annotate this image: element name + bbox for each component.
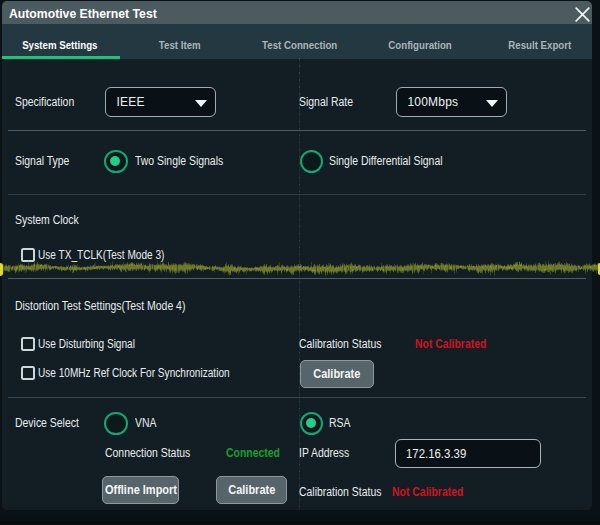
channel1-ground-marker: [0, 263, 3, 276]
use-disturbing-signal-checkbox[interactable]: [21, 337, 35, 351]
ip-address-input[interactable]: 172.16.3.39: [395, 439, 541, 468]
use-10mhz-ref-clock-checkbox[interactable]: [21, 366, 35, 380]
tab-label: Test Item: [159, 39, 201, 51]
divider: [8, 397, 586, 398]
ip-address-label: IP Address: [299, 446, 349, 460]
calibrate-button[interactable]: Calibrate: [300, 360, 374, 388]
radio-rsa[interactable]: [300, 412, 324, 436]
signal-type-label: Signal Type: [15, 154, 69, 168]
divider: [8, 130, 586, 131]
tab-result-export[interactable]: Result Export: [480, 24, 592, 59]
specification-label: Specification: [15, 95, 74, 109]
tab-label: Result Export: [509, 39, 572, 51]
system-clock-label: System Clock: [15, 213, 79, 227]
close-button[interactable]: [566, 1, 592, 24]
tab-label: System Settings: [22, 39, 97, 51]
connection-status-value: Connected: [226, 446, 280, 460]
divider: [8, 194, 586, 195]
signal-rate-label: Signal Rate: [299, 95, 353, 109]
radio-single-differential-signal[interactable]: [300, 150, 324, 174]
tab-test-item[interactable]: Test Item: [120, 24, 240, 59]
tab-configuration[interactable]: Configuration: [360, 24, 480, 59]
device-calibration-status-value: Not Calibrated: [392, 485, 463, 499]
calibration-status-label: Calibration Status: [299, 337, 381, 351]
tab-label: Test Connection: [262, 39, 337, 51]
tab-label: Configuration: [388, 39, 451, 51]
dialog-title: Automotive Ethernet Test: [9, 6, 157, 21]
rsa-label: RSA: [329, 416, 350, 430]
tab-test-connection[interactable]: Test Connection: [240, 24, 360, 59]
radio-two-single-signals[interactable]: [104, 150, 128, 174]
tab-bar: System Settings Test Item Test Connectio…: [2, 24, 592, 59]
offline-import-button-label: Offline Import: [104, 483, 176, 497]
specification-dropdown[interactable]: IEEE: [105, 87, 216, 117]
active-tab-underline: [2, 56, 120, 59]
chevron-down-icon: [486, 100, 498, 107]
radio-dot: [306, 418, 316, 428]
radio-vna[interactable]: [104, 412, 128, 436]
device-select-label: Device Select: [15, 416, 79, 430]
graticule-center-line: [299, 58, 300, 510]
chevron-down-icon: [195, 100, 207, 107]
use-disturbing-signal-label: Use Disturbing Signal: [38, 337, 135, 351]
calibrate-button-label: Calibrate: [313, 367, 360, 381]
dialog-titlebar[interactable]: Automotive Ethernet Test: [2, 1, 592, 24]
offline-import-button[interactable]: Offline Import: [102, 476, 179, 504]
use-10mhz-ref-clock-label: Use 10MHz Ref Clock For Synchronization: [38, 366, 230, 380]
two-single-signals-label: Two Single Signals: [135, 154, 223, 168]
radio-dot: [110, 156, 120, 166]
ip-address-value: 172.16.3.39: [406, 447, 466, 461]
specification-value: IEEE: [117, 95, 145, 109]
signal-rate-value: 100Mbps: [408, 95, 459, 109]
signal-rate-dropdown[interactable]: 100Mbps: [396, 87, 507, 117]
device-calibration-status-label: Calibration Status: [299, 485, 381, 499]
device-calibrate-button[interactable]: Calibrate: [216, 476, 287, 504]
single-differential-signal-label: Single Differential Signal: [329, 154, 443, 168]
channel1-waveform-trace: [0, 255, 600, 283]
tab-system-settings[interactable]: System Settings: [2, 24, 120, 59]
close-icon: [575, 7, 590, 22]
oscilloscope-screen: Automotive Ethernet Test System Settings…: [0, 0, 600, 525]
device-calibrate-button-label: Calibrate: [228, 483, 275, 497]
connection-status-label: Connection Status: [105, 446, 190, 460]
distortion-settings-label: Distortion Test Settings(Test Mode 4): [15, 299, 185, 313]
vna-label: VNA: [135, 416, 156, 430]
calibration-status-value: Not Calibrated: [415, 337, 486, 351]
